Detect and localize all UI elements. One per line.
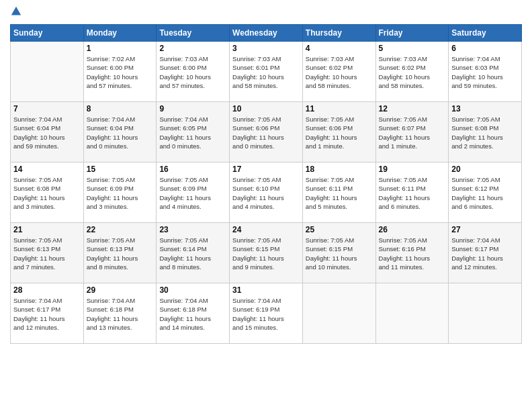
day-info: Sunrise: 7:03 AM Sunset: 6:02 PM Dayligh…	[379, 54, 446, 90]
day-number: 14	[13, 165, 81, 174]
day-info: Sunrise: 7:05 AM Sunset: 6:16 PM Dayligh…	[379, 236, 446, 271]
calendar-cell: 18Sunrise: 7:05 AM Sunset: 6:11 PM Dayli…	[302, 163, 375, 223]
calendar-week-row: 14Sunrise: 7:05 AM Sunset: 6:08 PM Dayli…	[11, 163, 522, 223]
calendar-week-row: 1Sunrise: 7:02 AM Sunset: 6:00 PM Daylig…	[11, 42, 522, 102]
calendar-cell: 29Sunrise: 7:04 AM Sunset: 6:18 PM Dayli…	[83, 283, 157, 344]
day-number: 23	[159, 225, 226, 234]
calendar-cell: 13Sunrise: 7:05 AM Sunset: 6:08 PM Dayli…	[449, 102, 522, 163]
day-info: Sunrise: 7:05 AM Sunset: 6:13 PM Dayligh…	[13, 236, 81, 271]
day-number: 13	[451, 104, 519, 113]
day-info: Sunrise: 7:04 AM Sunset: 6:04 PM Dayligh…	[87, 115, 154, 150]
calendar-cell: 2Sunrise: 7:03 AM Sunset: 6:00 PM Daylig…	[157, 42, 230, 102]
calendar-cell: 31Sunrise: 7:04 AM Sunset: 6:19 PM Dayli…	[230, 283, 303, 344]
day-info: Sunrise: 7:05 AM Sunset: 6:11 PM Dayligh…	[306, 175, 373, 211]
day-number: 20	[451, 165, 519, 174]
col-header-monday: Monday	[83, 25, 157, 42]
calendar-cell: 26Sunrise: 7:05 AM Sunset: 6:16 PM Dayli…	[375, 223, 449, 283]
calendar-cell: 10Sunrise: 7:05 AM Sunset: 6:06 PM Dayli…	[230, 102, 303, 163]
calendar-cell: 12Sunrise: 7:05 AM Sunset: 6:07 PM Dayli…	[375, 102, 449, 163]
calendar-cell: 17Sunrise: 7:05 AM Sunset: 6:10 PM Dayli…	[230, 163, 303, 223]
calendar-cell: 3Sunrise: 7:03 AM Sunset: 6:01 PM Daylig…	[230, 42, 303, 102]
calendar-cell: 1Sunrise: 7:02 AM Sunset: 6:00 PM Daylig…	[83, 42, 157, 102]
calendar-cell: 8Sunrise: 7:04 AM Sunset: 6:04 PM Daylig…	[83, 102, 157, 163]
calendar-week-row: 28Sunrise: 7:04 AM Sunset: 6:17 PM Dayli…	[11, 283, 522, 344]
calendar-cell: 24Sunrise: 7:05 AM Sunset: 6:15 PM Dayli…	[230, 223, 303, 283]
day-info: Sunrise: 7:05 AM Sunset: 6:10 PM Dayligh…	[232, 175, 300, 211]
calendar-header-row: SundayMondayTuesdayWednesdayThursdayFrid…	[11, 25, 522, 42]
day-number: 9	[159, 104, 226, 113]
col-header-saturday: Saturday	[449, 25, 522, 42]
calendar-cell: 20Sunrise: 7:05 AM Sunset: 6:12 PM Dayli…	[449, 163, 522, 223]
calendar-cell: 6Sunrise: 7:04 AM Sunset: 6:03 PM Daylig…	[449, 42, 522, 102]
calendar-cell: 9Sunrise: 7:04 AM Sunset: 6:05 PM Daylig…	[157, 102, 230, 163]
day-info: Sunrise: 7:05 AM Sunset: 6:08 PM Dayligh…	[13, 175, 81, 211]
calendar-cell: 21Sunrise: 7:05 AM Sunset: 6:13 PM Dayli…	[11, 223, 84, 283]
day-number: 10	[232, 104, 300, 113]
calendar-cell: 22Sunrise: 7:05 AM Sunset: 6:13 PM Dayli…	[83, 223, 157, 283]
day-info: Sunrise: 7:05 AM Sunset: 6:06 PM Dayligh…	[306, 115, 373, 150]
calendar-cell	[11, 42, 84, 102]
day-info: Sunrise: 7:05 AM Sunset: 6:06 PM Dayligh…	[232, 115, 300, 150]
day-number: 15	[87, 165, 154, 174]
day-info: Sunrise: 7:03 AM Sunset: 6:00 PM Dayligh…	[159, 54, 226, 90]
day-number: 6	[451, 44, 519, 53]
day-number: 3	[232, 44, 300, 53]
day-number: 31	[232, 285, 300, 295]
day-number: 19	[379, 165, 446, 174]
day-number: 11	[306, 104, 373, 113]
calendar-week-row: 7Sunrise: 7:04 AM Sunset: 6:04 PM Daylig…	[11, 102, 522, 163]
day-number: 26	[379, 225, 446, 234]
day-info: Sunrise: 7:04 AM Sunset: 6:05 PM Dayligh…	[159, 115, 226, 150]
calendar-cell: 11Sunrise: 7:05 AM Sunset: 6:06 PM Dayli…	[302, 102, 375, 163]
calendar-cell: 23Sunrise: 7:05 AM Sunset: 6:14 PM Dayli…	[157, 223, 230, 283]
calendar-cell: 25Sunrise: 7:05 AM Sunset: 6:15 PM Dayli…	[302, 223, 375, 283]
calendar-table: SundayMondayTuesdayWednesdayThursdayFrid…	[10, 24, 522, 344]
calendar-cell: 19Sunrise: 7:05 AM Sunset: 6:11 PM Dayli…	[375, 163, 449, 223]
day-info: Sunrise: 7:05 AM Sunset: 6:15 PM Dayligh…	[232, 236, 300, 271]
day-info: Sunrise: 7:03 AM Sunset: 6:02 PM Dayligh…	[306, 54, 373, 90]
day-number: 17	[232, 165, 300, 174]
col-header-sunday: Sunday	[11, 25, 84, 42]
day-number: 2	[159, 44, 226, 53]
day-info: Sunrise: 7:05 AM Sunset: 6:12 PM Dayligh…	[451, 175, 519, 211]
day-number: 25	[306, 225, 373, 234]
calendar-cell: 15Sunrise: 7:05 AM Sunset: 6:09 PM Dayli…	[83, 163, 157, 223]
day-info: Sunrise: 7:05 AM Sunset: 6:15 PM Dayligh…	[306, 236, 373, 271]
day-info: Sunrise: 7:04 AM Sunset: 6:18 PM Dayligh…	[87, 296, 154, 332]
day-number: 22	[87, 225, 154, 234]
day-number: 18	[306, 165, 373, 174]
calendar-cell: 14Sunrise: 7:05 AM Sunset: 6:08 PM Dayli…	[11, 163, 84, 223]
day-info: Sunrise: 7:05 AM Sunset: 6:08 PM Dayligh…	[451, 115, 519, 150]
calendar-cell: 28Sunrise: 7:04 AM Sunset: 6:17 PM Dayli…	[11, 283, 84, 344]
day-info: Sunrise: 7:04 AM Sunset: 6:17 PM Dayligh…	[451, 236, 519, 271]
day-info: Sunrise: 7:04 AM Sunset: 6:03 PM Dayligh…	[451, 54, 519, 90]
calendar-cell	[302, 283, 375, 344]
col-header-wednesday: Wednesday	[230, 25, 303, 42]
calendar-cell: 4Sunrise: 7:03 AM Sunset: 6:02 PM Daylig…	[302, 42, 375, 102]
day-number: 8	[87, 104, 154, 113]
day-number: 29	[87, 285, 154, 295]
day-info: Sunrise: 7:05 AM Sunset: 6:07 PM Dayligh…	[379, 115, 446, 150]
day-number: 21	[13, 225, 81, 234]
calendar-cell: 27Sunrise: 7:04 AM Sunset: 6:17 PM Dayli…	[449, 223, 522, 283]
day-info: Sunrise: 7:04 AM Sunset: 6:18 PM Dayligh…	[159, 296, 226, 332]
calendar-cell: 7Sunrise: 7:04 AM Sunset: 6:04 PM Daylig…	[11, 102, 84, 163]
page-header	[10, 7, 522, 19]
day-number: 12	[379, 104, 446, 113]
day-info: Sunrise: 7:05 AM Sunset: 6:09 PM Dayligh…	[159, 175, 226, 211]
day-info: Sunrise: 7:05 AM Sunset: 6:09 PM Dayligh…	[87, 175, 154, 211]
calendar-cell: 5Sunrise: 7:03 AM Sunset: 6:02 PM Daylig…	[375, 42, 449, 102]
day-number: 30	[159, 285, 226, 295]
day-number: 1	[87, 44, 154, 53]
day-number: 4	[306, 44, 373, 53]
day-info: Sunrise: 7:05 AM Sunset: 6:14 PM Dayligh…	[159, 236, 226, 271]
day-info: Sunrise: 7:04 AM Sunset: 6:19 PM Dayligh…	[232, 296, 300, 332]
day-info: Sunrise: 7:04 AM Sunset: 6:17 PM Dayligh…	[13, 296, 81, 332]
logo	[10, 7, 25, 19]
calendar-cell: 30Sunrise: 7:04 AM Sunset: 6:18 PM Dayli…	[157, 283, 230, 344]
col-header-friday: Friday	[375, 25, 449, 42]
day-info: Sunrise: 7:02 AM Sunset: 6:00 PM Dayligh…	[87, 54, 154, 90]
day-number: 16	[159, 165, 226, 174]
logo-icon	[10, 5, 22, 17]
col-header-thursday: Thursday	[302, 25, 375, 42]
